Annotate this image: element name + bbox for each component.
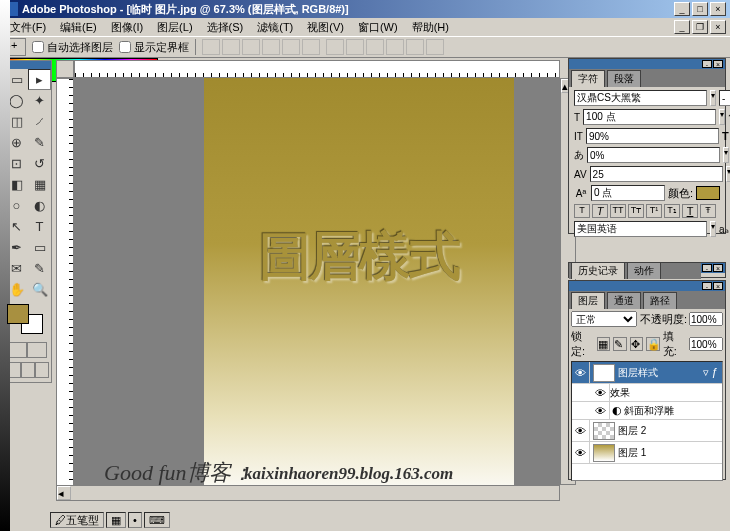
layer-thumb	[593, 444, 615, 462]
horizontal-scrollbar[interactable]: ◂	[56, 485, 560, 501]
vscale-icon: IT	[574, 131, 583, 142]
horizontal-ruler[interactable]	[74, 60, 560, 78]
screen-mode-3[interactable]	[35, 362, 49, 378]
menu-help[interactable]: 帮助(H)	[406, 19, 455, 36]
menu-window[interactable]: 窗口(W)	[352, 19, 404, 36]
type-tool[interactable]: T	[28, 216, 51, 237]
doc-close-button[interactable]: ×	[710, 20, 726, 34]
ime-indicator[interactable]: 🖊 五笔型	[50, 512, 104, 528]
strikethrough-button[interactable]: Ŧ	[700, 204, 716, 218]
font-family-input[interactable]	[574, 90, 707, 106]
slice-tool[interactable]: ⟋	[28, 111, 51, 132]
lock-position-icon[interactable]: ✥	[630, 337, 643, 351]
language-select[interactable]	[574, 221, 707, 237]
bold-button[interactable]: T	[574, 204, 590, 218]
dodge-tool[interactable]: ◐	[28, 195, 51, 216]
quickmask-mode-icon[interactable]	[27, 342, 47, 358]
scroll-left-button[interactable]: ◂	[57, 486, 71, 500]
canvas-area[interactable]: 圖層樣式 Good fun博客： kaixinhaoren99.blog.163…	[74, 78, 560, 501]
distribute-buttons[interactable]	[326, 39, 444, 55]
font-dropdown-button[interactable]: ▾	[710, 90, 716, 106]
document[interactable]: 圖層樣式	[204, 78, 514, 501]
layer-effect-group[interactable]: 👁 效果	[572, 384, 722, 402]
ime-mode-2[interactable]: •	[128, 512, 142, 528]
standard-mode-icon[interactable]	[7, 342, 27, 358]
panel-minimize-icon[interactable]: -	[702, 60, 712, 68]
shape-tool[interactable]: ▭	[28, 237, 51, 258]
panel-close-icon[interactable]: ×	[713, 60, 723, 68]
align-buttons[interactable]	[202, 39, 320, 55]
vscale-input[interactable]	[586, 128, 719, 144]
italic-button[interactable]: T	[592, 204, 608, 218]
layer-effect-bevel[interactable]: 👁 ◐ 斜面和浮雕	[572, 402, 722, 420]
allcaps-button[interactable]: TT	[610, 204, 626, 218]
tab-history[interactable]: 历史记录	[571, 262, 625, 279]
font-style-input[interactable]	[719, 90, 730, 106]
eyedropper-tool[interactable]: ✎	[28, 258, 51, 279]
baseline-input[interactable]	[591, 185, 665, 201]
toolbox: ▭ ▸ ◯ ✦ ◫ ⟋ ⊕ ✎ ⊡ ↺ ◧ ▦ ○ ◐ ↖ T ✒ ▭ ✉ ✎ …	[4, 60, 52, 383]
subscript-button[interactable]: T₁	[664, 204, 680, 218]
menu-filter[interactable]: 滤镜(T)	[251, 19, 299, 36]
tab-paragraph[interactable]: 段落	[607, 70, 641, 87]
maximize-button[interactable]: □	[692, 2, 708, 16]
layer-item-text[interactable]: 👁 T 图层样式 ▿ ƒ	[572, 362, 722, 384]
opacity-input[interactable]	[689, 312, 723, 326]
ruler-origin[interactable]	[56, 60, 74, 78]
color-swatches[interactable]	[7, 304, 47, 338]
superscript-button[interactable]: T¹	[646, 204, 662, 218]
brush-tool[interactable]: ✎	[28, 132, 51, 153]
underline-button[interactable]: T	[682, 204, 698, 218]
ime-mode-3[interactable]: ⌨	[144, 512, 170, 528]
lock-all-icon[interactable]: 🔒	[646, 337, 660, 351]
doc-minimize-button[interactable]: _	[674, 20, 690, 34]
tab-actions[interactable]: 动作	[627, 262, 661, 279]
zoom-tool[interactable]: 🔍	[28, 279, 51, 300]
layer-fx-indicator[interactable]: ▿ ƒ	[699, 366, 722, 379]
smallcaps-button[interactable]: Tᴛ	[628, 204, 644, 218]
screen-mode-2[interactable]	[21, 362, 35, 378]
menu-file[interactable]: 文件(F)	[4, 19, 52, 36]
baseline-icon: Aª	[574, 188, 588, 199]
gradient-tool[interactable]: ▦	[28, 174, 51, 195]
move-tool[interactable]: ▸	[28, 69, 51, 90]
ime-mode-1[interactable]: ▦	[106, 512, 126, 528]
kern-a-input[interactable]	[590, 166, 723, 182]
watermark-label: Good fun博客：	[104, 458, 253, 488]
text-color-swatch[interactable]	[696, 186, 720, 200]
menu-image[interactable]: 图像(I)	[105, 19, 149, 36]
show-bounds-checkbox[interactable]: 显示定界框	[119, 40, 189, 55]
history-brush-tool[interactable]: ↺	[28, 153, 51, 174]
font-size-input[interactable]	[583, 109, 716, 125]
tab-layers[interactable]: 图层	[571, 292, 605, 309]
auto-select-checkbox[interactable]: 自动选择图层	[32, 40, 113, 55]
menu-edit[interactable]: 编辑(E)	[54, 19, 103, 36]
menu-layer[interactable]: 图层(L)	[151, 19, 198, 36]
tab-paths[interactable]: 路径	[643, 292, 677, 309]
doc-restore-button[interactable]: ❐	[692, 20, 708, 34]
bevel-icon: ◐	[610, 404, 624, 417]
lock-paint-icon[interactable]: ✎	[613, 337, 626, 351]
blend-mode-select[interactable]: 正常	[571, 311, 637, 327]
layer-item-1[interactable]: 👁 图层 1	[572, 442, 722, 464]
tab-character[interactable]: 字符	[571, 70, 605, 87]
layer-item-2[interactable]: 👁 图层 2	[572, 420, 722, 442]
tab-channels[interactable]: 通道	[607, 292, 641, 309]
color-label: 颜色:	[668, 186, 693, 201]
fg-color-swatch[interactable]	[7, 304, 29, 324]
layers-panel-grip[interactable]: -×	[569, 281, 725, 291]
wand-tool[interactable]: ✦	[28, 90, 51, 111]
menu-select[interactable]: 选择(S)	[201, 19, 250, 36]
character-panel-grip[interactable]: -×	[569, 59, 725, 69]
menu-view[interactable]: 视图(V)	[301, 19, 350, 36]
layer-list: 👁 T 图层样式 ▿ ƒ 👁 效果 👁 ◐ 斜面和浮雕 👁 图层 2 👁	[571, 361, 723, 481]
tracking-a-input[interactable]	[587, 147, 720, 163]
minimize-button[interactable]: _	[674, 2, 690, 16]
visibility-toggle[interactable]: 👁	[572, 362, 590, 383]
toolbox-grip[interactable]	[5, 61, 51, 69]
canvas-text-layer[interactable]: 圖層樣式	[204, 222, 514, 292]
vertical-ruler[interactable]	[56, 78, 74, 501]
close-button[interactable]: ×	[710, 2, 726, 16]
lock-transparency-icon[interactable]: ▦	[597, 337, 610, 351]
fill-input[interactable]	[689, 337, 723, 351]
